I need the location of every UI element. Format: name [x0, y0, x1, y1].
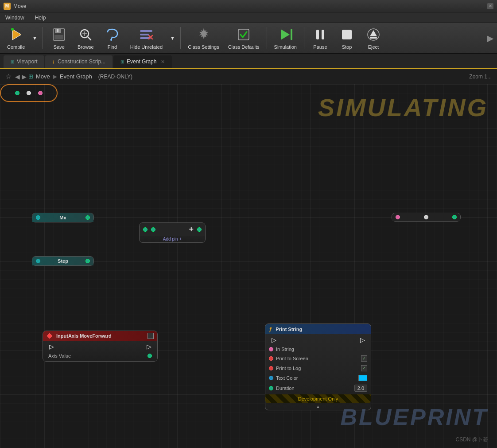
sep-4: [304, 27, 304, 49]
app-icon: M: [4, 3, 11, 10]
step-right-pin[interactable]: [85, 259, 90, 263]
node-print-header: ƒ Print String: [265, 324, 371, 334]
right-pin-right[interactable]: [452, 215, 457, 219]
hide-unrelated-dropdown[interactable]: ▼: [168, 25, 177, 51]
class-settings-button[interactable]: Class Settings: [184, 25, 222, 51]
svg-rect-11: [140, 30, 152, 32]
tab-construction-script[interactable]: ƒ Construction Scrip...: [45, 55, 113, 68]
node-reroute[interactable]: [0, 84, 58, 102]
svg-marker-0: [12, 29, 21, 40]
print-screen-pin[interactable]: [269, 356, 273, 361]
node-right: [392, 213, 461, 222]
forward-button[interactable]: ▶: [22, 73, 27, 80]
node-step: Step: [32, 256, 94, 266]
tab-event-graph[interactable]: ⊞ Event Graph ✕: [113, 55, 172, 68]
step-left-pin[interactable]: [36, 259, 40, 263]
svg-rect-4: [54, 35, 63, 39]
print-func-icon: ƒ: [269, 326, 272, 332]
tab-bar: ⊞ Viewport ƒ Construction Scrip... ⊞ Eve…: [0, 54, 497, 68]
class-defaults-button[interactable]: Class Defaults: [225, 25, 263, 51]
reroute-pin-right[interactable]: [38, 91, 43, 95]
reroute-pin-left[interactable]: [15, 91, 19, 95]
inputaxis-exec-in[interactable]: ▷: [48, 343, 54, 350]
svg-point-1: [11, 28, 14, 31]
find-icon: [104, 27, 120, 43]
print-screen-checkbox[interactable]: ✓: [361, 355, 367, 362]
print-instring-label: In String: [276, 347, 367, 352]
svg-rect-22: [342, 30, 352, 39]
title-bar: M Move ✕: [0, 0, 497, 12]
print-duration-row: Duration 2.0: [269, 384, 367, 393]
browse-button[interactable]: Browse: [73, 25, 98, 51]
toolbar: Compile ▼ Save Browse: [0, 23, 497, 54]
menu-window[interactable]: Window: [4, 14, 26, 22]
hide-unrelated-icon: [138, 27, 154, 43]
svg-marker-27: [47, 333, 52, 339]
sep-1: [43, 27, 43, 49]
inputaxis-diamond-icon: [47, 333, 53, 339]
back-button[interactable]: ◀: [15, 73, 20, 80]
node-print-body: ▷ ▷ In String Print to Screen ✓ Print to…: [265, 334, 371, 394]
close-button[interactable]: ✕: [487, 3, 493, 9]
print-exec-out[interactable]: ▷: [359, 337, 365, 343]
add-pin-2[interactable]: [151, 227, 155, 232]
svg-rect-20: [316, 30, 319, 39]
print-color-swatch[interactable]: [358, 375, 367, 381]
breadcrumb-root[interactable]: Move: [36, 73, 50, 80]
tab-viewport[interactable]: ⊞ Viewport: [4, 55, 44, 68]
svg-rect-12: [140, 34, 149, 35]
print-instring-row: In String: [269, 346, 367, 353]
favorite-star-icon[interactable]: ☆: [5, 72, 12, 81]
add-pin-1[interactable]: [143, 227, 148, 232]
pause-button[interactable]: Pause: [308, 25, 333, 51]
right-pin-mid[interactable]: [424, 215, 428, 219]
dev-only-banner: Development Only: [265, 394, 371, 403]
inputaxis-value-row: Axis Value: [47, 352, 154, 359]
eject-button[interactable]: Eject: [361, 25, 386, 51]
add-pin-label[interactable]: Add pin +: [140, 236, 205, 242]
hide-unrelated-button[interactable]: Hide Unrelated: [126, 25, 166, 51]
print-duration-label: Duration: [276, 386, 352, 391]
breadcrumb: ⊞ Move ▶ Event Graph (READ-ONLY): [28, 73, 132, 80]
print-log-pin[interactable]: [269, 366, 273, 370]
reroute-pin-center[interactable]: [27, 91, 31, 95]
stop-button[interactable]: Stop: [334, 25, 359, 51]
mx-left-pin[interactable]: [36, 215, 40, 220]
stop-icon: [339, 27, 355, 43]
menu-help[interactable]: Help: [33, 14, 48, 22]
save-button[interactable]: Save: [47, 25, 71, 51]
print-duration-pin[interactable]: [269, 386, 273, 390]
simulation-button[interactable]: Simulation: [271, 25, 300, 51]
print-color-pin[interactable]: [269, 376, 273, 380]
compile-dropdown[interactable]: ▼: [30, 25, 39, 51]
find-button[interactable]: Find: [100, 25, 124, 51]
inputaxis-exec-out[interactable]: ▷: [146, 343, 152, 350]
mx-right-pin[interactable]: [85, 215, 90, 220]
node-print-label: Print String: [276, 327, 367, 332]
breadcrumb-page[interactable]: Event Graph: [60, 73, 92, 80]
simulation-icon: [277, 27, 293, 43]
svg-point-10: [110, 39, 112, 41]
right-pin-left[interactable]: [396, 215, 400, 219]
print-log-checkbox[interactable]: ✓: [361, 365, 367, 371]
print-exec-in[interactable]: ▷: [271, 337, 277, 343]
save-icon: [51, 27, 67, 43]
connections-svg: [0, 84, 133, 151]
sep-3: [267, 27, 267, 49]
axis-value-label: Axis Value: [48, 353, 148, 358]
inputaxis-close-icon[interactable]: [148, 333, 154, 339]
node-mx-label: Mx: [42, 215, 84, 220]
expand-button[interactable]: ▶: [487, 33, 493, 43]
canvas[interactable]: SIMULATING Mx Step: [0, 84, 497, 448]
construction-icon: ƒ: [52, 59, 55, 64]
svg-marker-18: [281, 29, 290, 40]
node-right-header: [392, 213, 460, 221]
axis-value-pin[interactable]: [148, 354, 152, 358]
tab-close-icon[interactable]: ✕: [161, 59, 165, 65]
node-step-header: Step: [32, 257, 93, 265]
zoom-label: Zoom 1...: [469, 74, 492, 80]
print-duration-value[interactable]: 2.0: [354, 385, 367, 392]
add-out-pin[interactable]: [197, 227, 202, 232]
compile-button[interactable]: Compile: [4, 25, 28, 51]
print-instring-pin[interactable]: [269, 347, 273, 351]
